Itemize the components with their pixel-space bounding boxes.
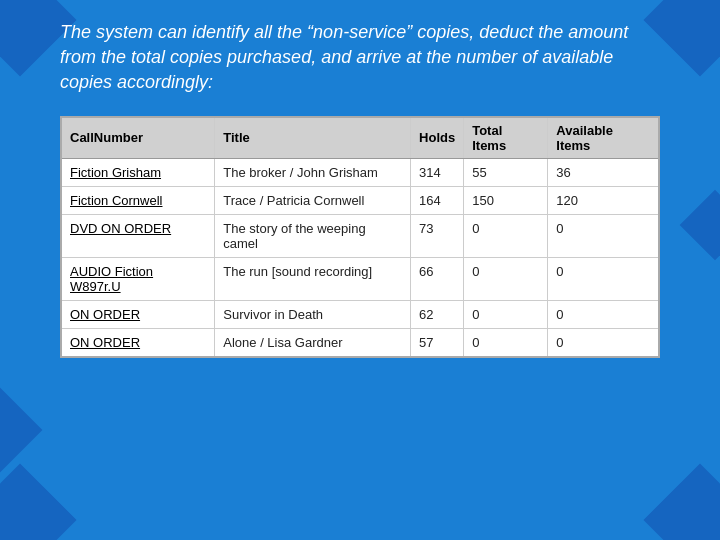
cell-total-items: 0 [464,300,548,328]
table-header-row: CallNumber Title Holds Total Items Avail… [62,118,658,159]
cell-holds: 73 [411,214,464,257]
description-text: The system can identify all the “non-ser… [60,20,660,96]
cell-title: Alone / Lisa Gardner [215,328,411,356]
cell-holds: 62 [411,300,464,328]
cell-title: Survivor in Death [215,300,411,328]
decorative-diamond-mid-right [680,190,720,261]
cell-total-items: 55 [464,158,548,186]
table-row: DVD ON ORDERThe story of the weeping cam… [62,214,658,257]
cell-holds: 66 [411,257,464,300]
cell-available-items: 0 [548,257,658,300]
col-header-total-items: Total Items [464,118,548,159]
cell-available-items: 0 [548,300,658,328]
cell-callnumber: Fiction Grisham [62,158,215,186]
cell-holds: 57 [411,328,464,356]
cell-title: The story of the weeping camel [215,214,411,257]
cell-holds: 314 [411,158,464,186]
cell-title: The run [sound recording] [215,257,411,300]
cell-total-items: 0 [464,328,548,356]
holdings-table: CallNumber Title Holds Total Items Avail… [62,118,658,356]
table-row: ON ORDERAlone / Lisa Gardner5700 [62,328,658,356]
cell-total-items: 150 [464,186,548,214]
table-row: AUDIO Fiction W897r.UThe run [sound reco… [62,257,658,300]
cell-available-items: 0 [548,328,658,356]
table-row: ON ORDERSurvivor in Death6200 [62,300,658,328]
col-header-available-items: Available Items [548,118,658,159]
cell-callnumber: ON ORDER [62,300,215,328]
cell-callnumber: Fiction Cornwell [62,186,215,214]
cell-available-items: 120 [548,186,658,214]
cell-total-items: 0 [464,214,548,257]
col-header-title: Title [215,118,411,159]
cell-total-items: 0 [464,257,548,300]
main-content: The system can identify all the “non-ser… [60,20,660,520]
cell-callnumber: ON ORDER [62,328,215,356]
cell-title: The broker / John Grisham [215,158,411,186]
cell-title: Trace / Patricia Cornwell [215,186,411,214]
cell-holds: 164 [411,186,464,214]
table-row: Fiction GrishamThe broker / John Grisham… [62,158,658,186]
cell-available-items: 0 [548,214,658,257]
cell-callnumber: DVD ON ORDER [62,214,215,257]
table-row: Fiction CornwellTrace / Patricia Cornwel… [62,186,658,214]
cell-available-items: 36 [548,158,658,186]
col-header-holds: Holds [411,118,464,159]
col-header-callnumber: CallNumber [62,118,215,159]
data-table-container: CallNumber Title Holds Total Items Avail… [60,116,660,358]
decorative-diamond-mid-left [0,388,42,473]
cell-callnumber: AUDIO Fiction W897r.U [62,257,215,300]
